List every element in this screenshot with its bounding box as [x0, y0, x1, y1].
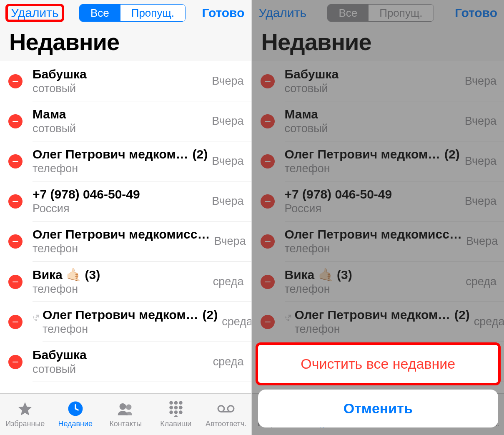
delete-button[interactable]: Удалить: [259, 6, 307, 20]
outgoing-call-icon: [283, 314, 293, 324]
header: Удалить Все Пропущ. Готово Недавние: [0, 0, 251, 61]
delete-row-button[interactable]: [261, 234, 275, 249]
call-count: (2): [454, 308, 470, 322]
segment-missed[interactable]: Пропущ.: [120, 5, 185, 21]
call-name: Бабушка: [33, 67, 87, 81]
call-row-body: Бабушкасотовыйсреда: [33, 342, 251, 382]
call-row[interactable]: МамасотовыйВчера: [252, 101, 504, 141]
delete-row-button[interactable]: [261, 114, 275, 128]
star-icon: [16, 400, 34, 417]
svg-point-4: [174, 401, 178, 405]
cancel-button[interactable]: Отменить: [258, 390, 499, 427]
delete-row-button[interactable]: [8, 355, 23, 369]
tab-voicemail[interactable]: Автоответч.: [201, 394, 251, 435]
tab-contacts[interactable]: Контакты: [100, 394, 151, 435]
call-row-body: МамасотовыйВчера: [33, 101, 251, 141]
call-row[interactable]: +7 (978) 046-50-49РоссияВчера: [0, 181, 251, 221]
contacts-icon: [117, 400, 134, 417]
tab-favorites[interactable]: Избранные: [0, 394, 50, 435]
tab-recents[interactable]: Недавние: [50, 394, 101, 435]
call-row-body: Вика 🤙🏻 (3)телефонсреда: [33, 262, 251, 302]
call-row-body: +7 (978) 046-50-49РоссияВчера: [285, 181, 504, 221]
call-time: Вчера: [465, 115, 496, 128]
done-button[interactable]: Готово: [202, 6, 244, 20]
call-subtext: сотовый: [33, 122, 208, 135]
svg-point-12: [174, 415, 178, 417]
delete-row-button[interactable]: [8, 194, 23, 209]
call-count: (2): [444, 147, 460, 161]
call-row[interactable]: Олег Петрович медком…(2)телефонсреда: [252, 302, 504, 342]
svg-point-2: [126, 405, 132, 410]
tab-bar: Избранные Недавние Контакты Кл: [0, 393, 251, 435]
delete-row-button[interactable]: [261, 194, 275, 209]
call-row-body: Олег Петрович медком…(2)телефонсреда: [295, 302, 504, 342]
call-row[interactable]: Бабушкасотовыйсреда: [0, 342, 251, 382]
header: Удалить Все Пропущ. Готово Недавние: [252, 0, 504, 61]
segment-all[interactable]: Все: [80, 5, 120, 21]
delete-row-button[interactable]: [261, 154, 275, 168]
call-time: Вчера: [212, 195, 243, 208]
recents-list: БабушкасотовыйВчераМамасотовыйВчераОлег …: [252, 61, 504, 393]
tab-keypad[interactable]: Клавиши: [151, 394, 201, 435]
call-count: (2): [203, 308, 218, 322]
call-name: Мама: [33, 107, 66, 121]
call-row[interactable]: +7 (978) 046-50-49РоссияВчера: [252, 181, 504, 221]
call-row[interactable]: Вика 🤙🏻 (3)телефонсреда: [0, 262, 251, 302]
call-time: среда: [213, 355, 244, 368]
call-name: Олег Петрович медкомисс…: [33, 227, 210, 241]
segmented-control[interactable]: Все Пропущ.: [79, 4, 186, 22]
call-subtext: телефон: [33, 283, 209, 296]
call-row[interactable]: БабушкасотовыйВчера: [252, 61, 504, 101]
call-row[interactable]: БабушкасотовыйВчера: [0, 61, 251, 101]
clock-icon: [67, 400, 84, 417]
delete-row-button[interactable]: [261, 275, 275, 289]
svg-point-1: [120, 403, 126, 410]
screen-recents-edit: Удалить Все Пропущ. Готово Недавние Бабу…: [0, 0, 252, 435]
svg-point-14: [228, 406, 234, 412]
call-time: среда: [466, 275, 496, 288]
delete-row-button[interactable]: [261, 74, 275, 88]
segmented-control[interactable]: Все Пропущ.: [327, 4, 434, 22]
svg-point-13: [218, 406, 224, 412]
call-row-body: БабушкасотовыйВчера: [33, 61, 251, 101]
call-name: Мама: [285, 107, 318, 121]
call-row[interactable]: Олег Петрович медкомисс…телефонВчера: [252, 221, 504, 262]
call-row[interactable]: Олег Петрович медкомисс…телефонВчера: [0, 221, 251, 262]
delete-row-button[interactable]: [8, 154, 23, 168]
call-row-body: Вика 🤙🏻 (3)телефонсреда: [285, 262, 504, 302]
segment-all[interactable]: Все: [328, 5, 368, 21]
call-count: (2): [193, 147, 208, 161]
call-row-body: Олег Петрович медком…(2)телефонсреда: [43, 302, 251, 342]
segment-missed[interactable]: Пропущ.: [368, 5, 433, 21]
call-row-body: МамасотовыйВчера: [285, 101, 504, 141]
call-row[interactable]: Олег Петрович медком…(2)телефонВчера: [252, 141, 504, 181]
delete-button[interactable]: Удалить: [7, 5, 63, 21]
clear-all-recents-button[interactable]: Очистить все недавние: [258, 345, 499, 383]
call-row[interactable]: МамасотовыйВчера: [0, 101, 251, 141]
delete-row-button[interactable]: [8, 234, 23, 249]
done-button[interactable]: Готово: [455, 6, 497, 20]
tab-label: Избранные: [5, 420, 45, 428]
call-time: среда: [222, 315, 251, 328]
tab-label: Автоответч.: [206, 420, 246, 428]
call-row[interactable]: Олег Петрович медком…(2)телефонВчера: [0, 141, 251, 181]
delete-row-button[interactable]: [8, 315, 23, 329]
call-name: Олег Петрович медком…: [33, 147, 188, 161]
call-row-body: Олег Петрович медкомисс…телефонВчера: [33, 221, 251, 262]
call-subtext: сотовый: [285, 122, 461, 135]
action-sheet: Очистить все недавние Отменить: [258, 345, 499, 427]
call-name: Вика 🤙🏻 (3): [33, 267, 100, 282]
call-row[interactable]: Олег Петрович медком…(2)телефонсреда: [0, 302, 251, 342]
call-subtext: телефон: [295, 323, 470, 336]
delete-row-button[interactable]: [8, 114, 23, 128]
call-row[interactable]: Вика 🤙🏻 (3)телефонсреда: [252, 262, 504, 302]
delete-row-button[interactable]: [261, 315, 275, 329]
call-row-body: БабушкасотовыйВчера: [285, 61, 504, 101]
delete-row-button[interactable]: [8, 74, 23, 88]
keypad-icon: [167, 400, 185, 417]
svg-point-10: [174, 410, 178, 414]
call-subtext: телефон: [285, 242, 462, 255]
call-time: среда: [474, 315, 504, 328]
call-name: Вика 🤙🏻 (3): [285, 267, 352, 282]
delete-row-button[interactable]: [8, 275, 23, 289]
